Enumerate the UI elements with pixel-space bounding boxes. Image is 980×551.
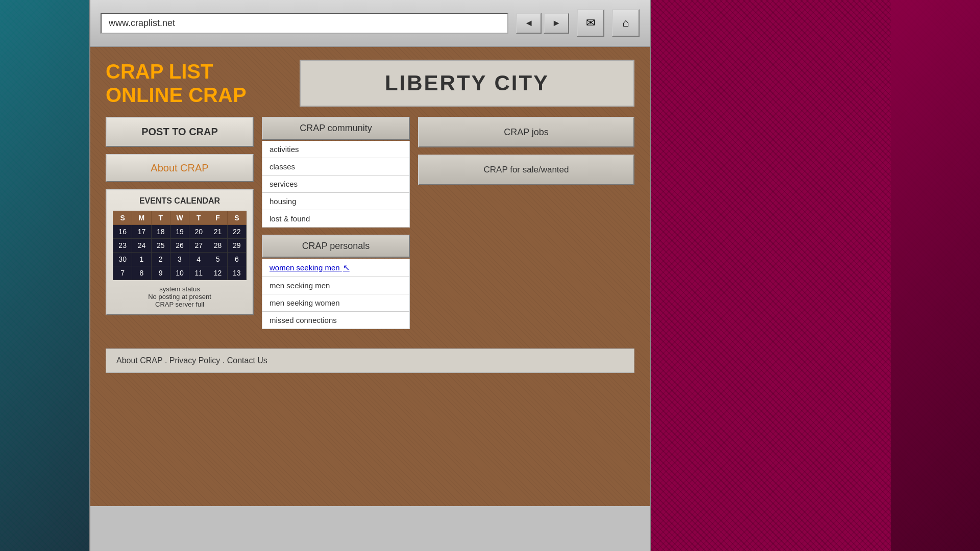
cal-day[interactable]: 9 [151,266,170,280]
personals-missed-connections[interactable]: missed connections [262,312,410,329]
crap-jobs-label: CRAP jobs [504,127,549,138]
community-classes[interactable]: classes [262,158,410,176]
cal-header-mon: M [132,211,151,225]
status-line1: No posting at present [113,293,247,300]
browser-window: ◄ ► ✉ ⌂ CRAP LIST ONLINE CRAP LIBERTY CI… [89,0,651,551]
home-button[interactable]: ⌂ [612,9,640,37]
page-content: CRAP LIST ONLINE CRAP LIBERTY CITY POST … [90,47,650,506]
crap-jobs-box[interactable]: CRAP jobs [418,117,634,147]
cal-day[interactable]: 28 [208,239,227,253]
community-activities[interactable]: activities [262,141,410,158]
title-line2: ONLINE CRAP [106,83,289,107]
calendar-table: S M T W T F S 16 [113,211,247,280]
cal-day[interactable]: 22 [227,225,246,239]
personals-women-seeking-men[interactable]: women seeking men ↖ [262,259,410,277]
footer-separator2: . [223,356,227,365]
cal-day[interactable]: 24 [132,239,151,253]
cursor-pointer: ↖ [343,263,350,272]
cal-day[interactable]: 20 [189,225,208,239]
calendar-title: EVENTS CALENDAR [113,196,247,206]
cal-day[interactable]: 7 [113,266,132,280]
page-header: CRAP LIST ONLINE CRAP LIBERTY CITY [106,60,634,107]
home-icon: ⌂ [622,16,629,30]
site-title-text: CRAP LIST ONLINE CRAP [106,60,289,107]
table-row: 7 8 9 10 11 12 13 [113,266,247,280]
cal-day[interactable]: 6 [227,253,246,266]
cal-header-tue: T [151,211,170,225]
back-icon: ◄ [524,18,533,29]
cal-header-thu: T [189,211,208,225]
side-decoration-right [891,0,980,551]
cal-day[interactable]: 23 [113,239,132,253]
post-to-crap-button[interactable]: POST TO CRAP [106,117,254,147]
cal-day[interactable]: 1 [132,253,151,266]
left-column: POST TO CRAP About CRAP EVENTS CALENDAR … [106,117,254,315]
title-line1: CRAP LIST [106,60,289,83]
personals-men-seeking-men[interactable]: men seeking men [262,277,410,294]
footer-about-link[interactable]: About CRAP [116,356,162,365]
cal-day[interactable]: 29 [227,239,246,253]
forward-button[interactable]: ► [544,13,569,34]
cal-day[interactable]: 19 [170,225,189,239]
community-services[interactable]: services [262,176,410,193]
cal-day[interactable]: 17 [132,225,151,239]
mail-button[interactable]: ✉ [577,9,604,37]
cal-day[interactable]: 13 [227,266,246,280]
footer-privacy-link[interactable]: Privacy Policy [169,356,220,365]
city-name: LIBERTY CITY [385,71,549,95]
cal-header-sat: S [227,211,246,225]
community-header: CRAP community [262,117,410,140]
women-seeking-men-link[interactable]: women seeking men [270,263,340,272]
crap-forsale-label: CRAP for sale/wanted [484,165,569,175]
personals-section: CRAP personals women seeking men ↖ men s… [262,235,410,329]
system-status: system status No posting at present CRAP… [113,285,247,308]
cal-day[interactable]: 12 [208,266,227,280]
cal-day[interactable]: 26 [170,239,189,253]
site-title: CRAP LIST ONLINE CRAP [106,60,289,107]
calendar-widget: EVENTS CALENDAR S M T W T F S [106,189,254,315]
browser-toolbar: ◄ ► ✉ ⌂ [90,0,650,47]
nav-buttons: ◄ ► [516,13,569,34]
cal-day[interactable]: 11 [189,266,208,280]
cal-day[interactable]: 16 [113,225,132,239]
forward-icon: ► [552,18,561,29]
cal-header-sun: S [113,211,132,225]
cal-day[interactable]: 5 [208,253,227,266]
cal-header-fri: F [208,211,227,225]
cal-day[interactable]: 30 [113,253,132,266]
address-bar[interactable] [101,13,508,34]
footer-separator1: . [165,356,169,365]
about-crap-button[interactable]: About CRAP [106,154,254,182]
table-row: 30 1 2 3 4 5 6 [113,253,247,266]
cal-day[interactable]: 8 [132,266,151,280]
cal-day[interactable]: 4 [189,253,208,266]
cal-day[interactable]: 27 [189,239,208,253]
right-column: CRAP jobs CRAP for sale/wanted [418,117,634,185]
middle-column: CRAP community activities classes servic… [262,117,410,336]
community-housing[interactable]: housing [262,193,410,210]
status-line2: CRAP server full [113,300,247,308]
status-title: system status [113,285,247,293]
cal-day[interactable]: 10 [170,266,189,280]
community-section: CRAP community activities classes servic… [262,117,410,228]
city-banner: LIBERTY CITY [300,60,634,107]
personals-men-seeking-women[interactable]: men seeking women [262,294,410,312]
cal-day[interactable]: 18 [151,225,170,239]
cal-day[interactable]: 2 [151,253,170,266]
side-decoration-left [0,0,89,551]
page-footer: About CRAP . Privacy Policy . Contact Us [106,348,634,373]
main-content: POST TO CRAP About CRAP EVENTS CALENDAR … [106,117,634,336]
back-button[interactable]: ◄ [516,13,542,34]
community-lost-found[interactable]: lost & found [262,210,410,228]
cal-header-wed: W [170,211,189,225]
footer-contact-link[interactable]: Contact Us [227,356,267,365]
cal-day[interactable]: 3 [170,253,189,266]
cal-day[interactable]: 25 [151,239,170,253]
personals-header: CRAP personals [262,235,410,258]
table-row: 16 17 18 19 20 21 22 [113,225,247,239]
table-row: 23 24 25 26 27 28 29 [113,239,247,253]
mail-icon: ✉ [586,16,595,30]
crap-forsale-box[interactable]: CRAP for sale/wanted [418,155,634,185]
cal-day[interactable]: 21 [208,225,227,239]
